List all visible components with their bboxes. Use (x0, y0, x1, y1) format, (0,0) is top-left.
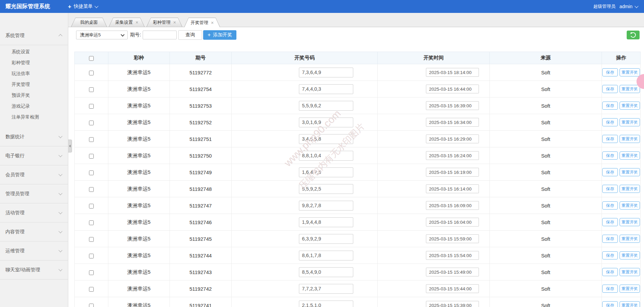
refresh-button[interactable] (627, 31, 640, 39)
row-checkbox[interactable] (89, 170, 94, 175)
reset-draw-button[interactable]: 重置开奖 (620, 251, 640, 259)
numbers-input[interactable] (299, 84, 353, 94)
save-button[interactable]: 保存 (602, 185, 618, 193)
time-input[interactable] (426, 151, 479, 160)
query-button[interactable]: 查询 (178, 30, 202, 40)
numbers-input[interactable] (299, 201, 353, 211)
reset-draw-button[interactable]: 重置开奖 (620, 118, 640, 126)
reset-draw-button[interactable]: 重置开奖 (620, 135, 640, 143)
save-button[interactable]: 保存 (602, 285, 618, 293)
time-input[interactable] (426, 118, 479, 127)
reset-draw-button[interactable]: 重置开奖 (620, 85, 640, 93)
row-checkbox[interactable] (89, 121, 94, 125)
row-checkbox[interactable] (89, 71, 94, 75)
numbers-input[interactable] (299, 118, 353, 127)
close-icon[interactable]: × (136, 20, 138, 25)
numbers-input[interactable] (299, 134, 353, 144)
numbers-input[interactable] (299, 167, 353, 177)
row-checkbox[interactable] (89, 237, 94, 242)
sidebar-item[interactable]: 系统设置 (0, 47, 68, 57)
reset-draw-button[interactable]: 重置开奖 (620, 68, 640, 76)
row-checkbox[interactable] (89, 254, 94, 258)
save-button[interactable]: 保存 (602, 151, 618, 160)
user-menu[interactable]: admin (620, 4, 638, 9)
sidebar-item[interactable]: 预设开奖 (0, 90, 68, 101)
tab-active[interactable]: 开奖管理× (184, 18, 220, 27)
sidebar-group[interactable]: 系统管理 (0, 26, 68, 45)
sidebar-group[interactable]: 会员管理 (0, 165, 68, 184)
period-input[interactable] (143, 31, 177, 39)
time-input[interactable] (426, 184, 479, 193)
save-button[interactable]: 保存 (602, 201, 618, 210)
numbers-input[interactable] (299, 284, 353, 294)
row-checkbox[interactable] (89, 154, 94, 159)
time-input[interactable] (426, 218, 479, 227)
sidebar-item[interactable]: 注单异常检测 (0, 112, 68, 123)
reset-draw-button[interactable]: 重置开奖 (620, 268, 640, 276)
sidebar-item[interactable]: 彩种管理 (0, 57, 68, 68)
time-input[interactable] (426, 68, 479, 77)
row-checkbox[interactable] (89, 187, 94, 192)
sidebar-group[interactable]: 内容管理 (0, 222, 68, 241)
numbers-input[interactable] (299, 101, 353, 111)
save-button[interactable]: 保存 (602, 218, 618, 226)
time-input[interactable] (426, 234, 479, 243)
save-button[interactable]: 保存 (602, 118, 618, 126)
save-button[interactable]: 保存 (602, 235, 618, 243)
row-checkbox[interactable] (89, 87, 94, 92)
row-checkbox[interactable] (89, 220, 94, 225)
time-input[interactable] (426, 251, 479, 260)
save-button[interactable]: 保存 (602, 251, 618, 259)
tab-item[interactable]: 彩种管理× (146, 18, 182, 27)
sidebar-item[interactable]: 玩法倍率 (0, 68, 68, 79)
sidebar-collapse-handle[interactable] (68, 140, 72, 152)
sidebar-group[interactable]: 活动管理 (0, 203, 68, 222)
quick-menu-button[interactable]: + 快捷菜单 (68, 3, 98, 10)
tab-item[interactable]: 采集设置× (109, 18, 145, 27)
time-input[interactable] (426, 301, 479, 307)
numbers-input[interactable] (299, 301, 353, 307)
time-input[interactable] (426, 284, 479, 293)
reset-draw-button[interactable]: 重置开奖 (620, 218, 640, 226)
row-checkbox[interactable] (89, 287, 94, 292)
save-button[interactable]: 保存 (602, 301, 618, 307)
time-input[interactable] (426, 201, 479, 210)
numbers-input[interactable] (299, 151, 353, 161)
time-input[interactable] (426, 85, 479, 93)
sidebar-group[interactable]: 数据统计 (0, 127, 68, 146)
close-icon[interactable]: × (211, 20, 214, 25)
numbers-input[interactable] (299, 217, 353, 227)
save-button[interactable]: 保存 (602, 85, 618, 93)
numbers-input[interactable] (299, 251, 353, 260)
numbers-input[interactable] (299, 68, 353, 77)
sidebar-group[interactable]: 电子银行 (0, 146, 68, 165)
save-button[interactable]: 保存 (602, 268, 618, 276)
select-all-checkbox[interactable] (89, 56, 94, 61)
save-button[interactable]: 保存 (602, 135, 618, 143)
time-input[interactable] (426, 268, 479, 276)
row-checkbox[interactable] (89, 270, 94, 275)
sidebar-group[interactable]: 运维管理 (0, 241, 68, 260)
reset-draw-button[interactable]: 重置开奖 (620, 185, 640, 193)
time-input[interactable] (426, 168, 479, 177)
reset-draw-button[interactable]: 重置开奖 (620, 301, 640, 307)
sidebar-item[interactable]: 游戏记录 (0, 101, 68, 112)
reset-draw-button[interactable]: 重置开奖 (620, 151, 640, 160)
reset-draw-button[interactable]: 重置开奖 (620, 201, 640, 210)
add-draw-button[interactable]: + 添加开奖 (203, 30, 236, 40)
sidebar-group[interactable]: 聊天室/动画管理 (0, 260, 68, 279)
row-checkbox[interactable] (89, 104, 94, 109)
row-checkbox[interactable] (89, 137, 94, 142)
numbers-input[interactable] (299, 234, 353, 244)
row-checkbox[interactable] (89, 204, 94, 209)
save-button[interactable]: 保存 (602, 102, 618, 110)
lottery-select[interactable]: 澳洲幸运5 (76, 31, 128, 39)
reset-draw-button[interactable]: 重置开奖 (620, 235, 640, 243)
tab-item[interactable]: 我的桌面 (71, 18, 107, 27)
numbers-input[interactable] (299, 184, 353, 194)
save-button[interactable]: 保存 (602, 168, 618, 176)
sidebar-item[interactable]: 开奖管理 (0, 79, 68, 90)
time-input[interactable] (426, 134, 479, 143)
row-checkbox[interactable] (89, 304, 94, 307)
save-button[interactable]: 保存 (602, 68, 618, 76)
